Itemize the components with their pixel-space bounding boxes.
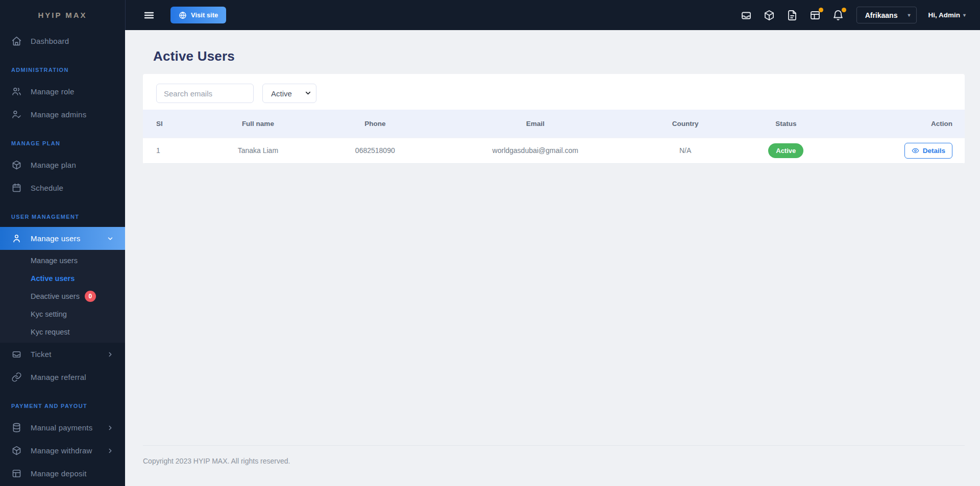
sidebar-item-manage-admins[interactable]: Manage admins — [0, 103, 125, 126]
brand-logo: HYIP MAX — [0, 0, 125, 30]
inbox-icon — [11, 349, 22, 360]
column-header-email: Email — [435, 110, 636, 138]
user-menu[interactable]: Hi, Admin ▾ — [928, 11, 966, 19]
sidebar: HYIP MAX Dashboard ADMINISTRATION Manage… — [0, 0, 125, 486]
sidebar-item-label: Dashboard — [31, 37, 114, 45]
copyright-text: Copyright 2023 HYIP MAX. All rights rese… — [143, 457, 290, 465]
sidebar-item-label: Manage deposit — [31, 469, 114, 478]
chevron-right-icon — [107, 447, 114, 454]
column-header-phone: Phone — [315, 110, 434, 138]
sidebar-item-label: Schedule — [31, 184, 114, 192]
submenu-item-active-users[interactable]: Active users — [0, 269, 125, 287]
filters-row: Active — [143, 74, 965, 110]
manage-users-submenu: Manage users Active users Deactive users… — [0, 250, 125, 343]
page-title: Active Users — [153, 48, 965, 64]
cell-status: Active — [734, 138, 837, 163]
language-value: Afrikaans — [865, 11, 898, 19]
inbox-icon[interactable] — [740, 9, 752, 21]
content-area: Active Users Active — [125, 30, 980, 445]
layout-icon — [11, 468, 22, 479]
deactive-users-count-badge: 0 — [85, 291, 96, 302]
package-icon — [11, 160, 22, 170]
sidebar-item-manage-users[interactable]: Manage users — [0, 227, 125, 250]
cell-full-name: Tanaka Liam — [201, 138, 315, 163]
status-badge: Active — [768, 143, 803, 158]
submenu-item-label: Deactive users — [31, 292, 80, 300]
column-header-status: Status — [734, 110, 837, 138]
sidebar-item-dashboard[interactable]: Dashboard — [0, 30, 125, 53]
cell-sl: 1 — [143, 138, 201, 163]
active-users-table: Sl Full name Phone Email Country Status … — [143, 110, 965, 164]
sidebar-item-label: Manage admins — [31, 110, 114, 119]
details-button-label: Details — [923, 147, 945, 155]
home-icon — [11, 36, 22, 46]
details-button[interactable]: Details — [904, 143, 952, 159]
submenu-item-label: Kyc setting — [31, 310, 67, 318]
top-navbar: Visit site Afrikaans ▾ — [125, 0, 980, 30]
status-filter-select[interactable]: Active — [262, 84, 316, 103]
sidebar-item-label: Ticket — [31, 350, 107, 359]
visit-site-button[interactable]: Visit site — [170, 7, 226, 23]
page-footer: Copyright 2023 HYIP MAX. All rights rese… — [143, 445, 965, 486]
sidebar-item-schedule[interactable]: Schedule — [0, 176, 125, 199]
user-check-icon — [11, 109, 22, 120]
calendar-icon — [11, 183, 22, 193]
sidebar-section-payment-and-payout: PAYMENT AND PAYOUT — [0, 396, 125, 416]
sidebar-item-label: Manual payments — [31, 423, 107, 432]
users-icon — [11, 86, 22, 97]
cell-email: worldgasdubai@gmail.com — [435, 138, 636, 163]
table-row: 1 Tanaka Liam 0682518090 worldgasdubai@g… — [143, 138, 965, 163]
sidebar-item-ticket[interactable]: Ticket — [0, 343, 125, 366]
submenu-item-manage-users[interactable]: Manage users — [0, 251, 125, 269]
user-icon — [11, 233, 22, 244]
sidebar-item-label: Manage referral — [31, 373, 114, 381]
chevron-down-icon — [107, 235, 114, 242]
sidebar-item-manual-payments[interactable]: Manual payments — [0, 416, 125, 439]
cell-phone: 0682518090 — [315, 138, 434, 163]
table-header-row: Sl Full name Phone Email Country Status … — [143, 110, 965, 138]
eye-icon — [912, 147, 919, 155]
submenu-item-label: Active users — [31, 274, 75, 283]
sidebar-section-administration: ADMINISTRATION — [0, 60, 125, 80]
hamburger-menu-icon[interactable] — [143, 9, 155, 21]
link-icon — [11, 372, 22, 382]
visit-site-label: Visit site — [191, 11, 218, 19]
column-header-action: Action — [837, 110, 965, 138]
package-icon[interactable] — [763, 9, 775, 21]
chevron-right-icon — [107, 351, 114, 358]
cell-action: Details — [837, 138, 965, 163]
sidebar-item-manage-withdraw[interactable]: Manage withdraw — [0, 439, 125, 462]
active-users-card: Active Sl Full name Phone — [143, 74, 965, 164]
sidebar-item-label: Manage role — [31, 87, 114, 96]
column-header-full-name: Full name — [201, 110, 315, 138]
column-header-sl: Sl — [143, 110, 201, 138]
submenu-item-label: Kyc request — [31, 328, 70, 336]
sidebar-item-label: Manage withdraw — [31, 446, 107, 455]
column-header-country: Country — [636, 110, 734, 138]
submenu-item-kyc-setting[interactable]: Kyc setting — [0, 305, 125, 323]
user-greeting: Hi, Admin — [928, 11, 960, 19]
sidebar-item-manage-deposit[interactable]: Manage deposit — [0, 462, 125, 485]
bell-icon[interactable] — [832, 9, 844, 21]
sidebar-item-manage-plan[interactable]: Manage plan — [0, 154, 125, 176]
main-area: Visit site Afrikaans ▾ — [125, 0, 980, 486]
sidebar-section-manage-plan: MANAGE PLAN — [0, 133, 125, 154]
sidebar-item-label: Manage users — [31, 234, 107, 243]
submenu-item-deactive-users[interactable]: Deactive users 0 — [0, 287, 125, 305]
chevron-down-icon: ▾ — [963, 12, 966, 18]
sidebar-section-user-management: USER MANAGEMENT — [0, 207, 125, 227]
submenu-item-label: Manage users — [31, 257, 78, 265]
sidebar-item-manage-role[interactable]: Manage role — [0, 80, 125, 103]
package-icon — [11, 445, 22, 456]
globe-icon — [179, 11, 187, 19]
search-input[interactable] — [156, 84, 254, 103]
cell-country: N/A — [636, 138, 734, 163]
chevron-right-icon — [107, 424, 114, 431]
status-filter: Active — [262, 84, 316, 103]
file-text-icon[interactable] — [786, 9, 798, 21]
table-icon[interactable] — [809, 9, 821, 21]
sidebar-item-manage-referral[interactable]: Manage referral — [0, 366, 125, 389]
submenu-item-kyc-request[interactable]: Kyc request — [0, 323, 125, 341]
chevron-down-icon: ▾ — [908, 12, 910, 18]
language-selector[interactable]: Afrikaans ▾ — [856, 7, 917, 23]
